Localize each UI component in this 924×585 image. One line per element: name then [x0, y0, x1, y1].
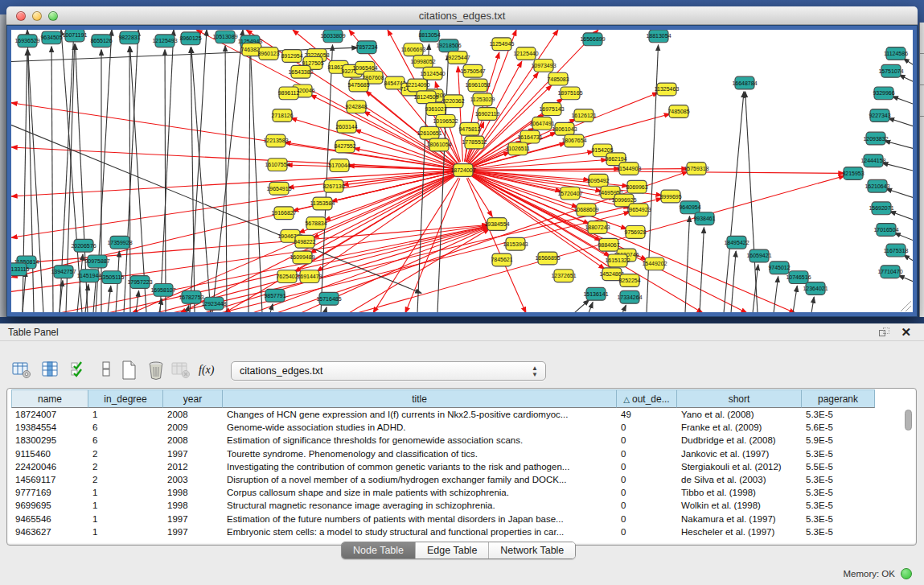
- citation-edge-black[interactable]: [892, 97, 913, 105]
- select-all-icon[interactable]: [69, 360, 90, 381]
- citation-edge-black[interactable]: [129, 47, 130, 312]
- graph-node[interactable]: 12610651: [417, 126, 441, 139]
- select-column-icon[interactable]: [40, 360, 61, 381]
- citation-edge-black[interactable]: [685, 216, 690, 312]
- citation-edge-black[interactable]: [622, 305, 626, 312]
- graph-node[interactable]: 16151322: [605, 254, 630, 267]
- graph-node[interactable]: 5475685: [347, 79, 369, 92]
- graph-node[interactable]: 18495422: [724, 236, 749, 249]
- graph-node[interactable]: 16566895: [535, 252, 560, 265]
- table-scrollbar[interactable]: [905, 410, 914, 538]
- float-panel-icon[interactable]: [879, 328, 890, 337]
- graph-node[interactable]: 15136141: [583, 287, 608, 300]
- graph-node[interactable]: 13942757: [51, 266, 76, 278]
- graph-node[interactable]: 16164731: [517, 130, 542, 143]
- table-row[interactable]: 946554611997Estimation of the future num…: [11, 513, 900, 525]
- create-new-table-icon[interactable]: [119, 360, 140, 381]
- graph-node[interactable]: 16033809: [320, 30, 345, 43]
- graph-node[interactable]: 9756928: [624, 226, 646, 239]
- graph-node[interactable]: 11451944: [77, 270, 102, 282]
- citation-edge-black[interactable]: [574, 300, 589, 312]
- graph-node[interactable]: 17957223: [127, 276, 152, 289]
- graph-node[interactable]: 5170044: [328, 159, 350, 172]
- graph-node[interactable]: 16958107: [150, 284, 175, 297]
- graph-node[interactable]: 8912954: [281, 50, 302, 63]
- graph-node[interactable]: 15124540: [420, 67, 445, 80]
- graph-node[interactable]: 11254945: [490, 38, 515, 51]
- graph-node[interactable]: 15449202: [642, 257, 667, 270]
- graph-node[interactable]: 16566899: [580, 33, 605, 46]
- graph-node[interactable]: 16914479: [297, 270, 322, 283]
- citation-edge-black[interactable]: [136, 290, 139, 312]
- graph-node[interactable]: 11026511: [506, 142, 530, 155]
- graph-node[interactable]: 8960125: [179, 32, 201, 45]
- graph-node[interactable]: 9227343: [869, 109, 890, 122]
- graph-node[interactable]: 18153943: [503, 237, 528, 250]
- graph-node[interactable]: 10647491: [529, 117, 554, 130]
- citation-edge-black[interactable]: [165, 50, 166, 312]
- graph-node[interactable]: 16936529: [14, 35, 39, 47]
- graph-node[interactable]: 19654915: [266, 182, 291, 195]
- graph-node[interactable]: 16648784: [732, 76, 757, 89]
- graph-node[interactable]: 16782753: [179, 290, 203, 303]
- citation-edge-red[interactable]: [11, 172, 454, 278]
- citation-edge-black[interactable]: [898, 275, 913, 282]
- citation-edge-red[interactable]: [324, 173, 454, 220]
- graph-node[interactable]: 2718126: [271, 109, 293, 122]
- graph-node[interactable]: 15692071: [869, 202, 893, 215]
- graph-node[interactable]: 8252254: [618, 274, 640, 287]
- table-row[interactable]: 1872400712008Changes of HCN gene express…: [11, 408, 900, 421]
- graph-node[interactable]: 9498222: [294, 235, 315, 248]
- graph-node[interactable]: 8655126: [90, 35, 112, 47]
- graph-node[interactable]: 9242848: [345, 101, 367, 113]
- graph-node[interactable]: 19166827: [271, 207, 296, 220]
- graph-node[interactable]: 8960123: [257, 47, 279, 60]
- graph-node[interactable]: 13505115: [100, 271, 125, 284]
- graph-node[interactable]: 8215953: [842, 167, 864, 180]
- graph-node[interactable]: 11544903: [617, 163, 642, 175]
- graph-node[interactable]: 11325463: [655, 83, 680, 96]
- graph-node[interactable]: 19225447: [445, 51, 470, 64]
- citation-edge-black[interactable]: [885, 189, 913, 198]
- graph-node[interactable]: 12364021: [803, 282, 827, 295]
- close-panel-icon[interactable]: ✕: [901, 325, 911, 340]
- graph-node[interactable]: 8999695: [659, 190, 681, 203]
- graph-node[interactable]: 9938461: [693, 212, 715, 225]
- table-row[interactable]: 2242004622012Investigating the contribut…: [11, 460, 900, 473]
- graph-node[interactable]: 18061043: [552, 122, 577, 135]
- graph-node[interactable]: 9884067: [598, 238, 619, 251]
- citation-edge-black[interactable]: [811, 297, 814, 312]
- graph-node[interactable]: 7845621: [491, 253, 512, 266]
- citation-edge-black[interactable]: [774, 277, 778, 312]
- graph-node[interactable]: 16059421: [746, 249, 771, 262]
- graph-node[interactable]: 19654923: [626, 204, 651, 216]
- graph-node[interactable]: 18975165: [557, 87, 582, 100]
- tab-edge-table[interactable]: Edge Table: [416, 542, 489, 558]
- network-graph-canvas[interactable]: 1872400719384554169365299634505100711918…: [11, 30, 913, 312]
- citation-edge-black[interactable]: [889, 212, 913, 220]
- table-row[interactable]: 1938455462009Genome-wide association stu…: [11, 421, 900, 434]
- graph-node[interactable]: 9634505: [40, 31, 62, 44]
- graph-node[interactable]: 10746516: [786, 271, 811, 284]
- column-header-short[interactable]: short: [677, 389, 802, 408]
- citation-edge-red[interactable]: [472, 171, 844, 174]
- graph-node[interactable]: 7485083: [547, 72, 569, 85]
- graph-node[interactable]: 12444158: [860, 154, 885, 167]
- citation-edge-black[interactable]: [325, 307, 326, 312]
- graph-node[interactable]: 15720407: [557, 187, 582, 200]
- graph-node[interactable]: 19218506: [436, 39, 461, 52]
- citation-edge-black[interactable]: [248, 51, 250, 312]
- graph-node[interactable]: 15759318: [684, 163, 708, 175]
- graph-node[interactable]: 8069963: [626, 180, 647, 193]
- citation-edge-black[interactable]: [882, 163, 913, 171]
- citation-edge-black[interactable]: [270, 304, 273, 312]
- network-view-window[interactable]: citations_edges.txt 18724007193845541693…: [6, 6, 918, 317]
- citation-edge-black[interactable]: [793, 286, 797, 312]
- graph-node[interactable]: 16210643: [864, 179, 889, 192]
- citation-edge-red[interactable]: [11, 103, 454, 169]
- graph-node[interactable]: 17359928: [107, 236, 132, 249]
- graph-node[interactable]: 15716485: [316, 292, 341, 305]
- citation-edge-red[interactable]: [11, 171, 454, 196]
- graph-node[interactable]: 18724007: [450, 164, 475, 177]
- table-row[interactable]: 1456911722003Disruption of a novel membe…: [11, 473, 900, 486]
